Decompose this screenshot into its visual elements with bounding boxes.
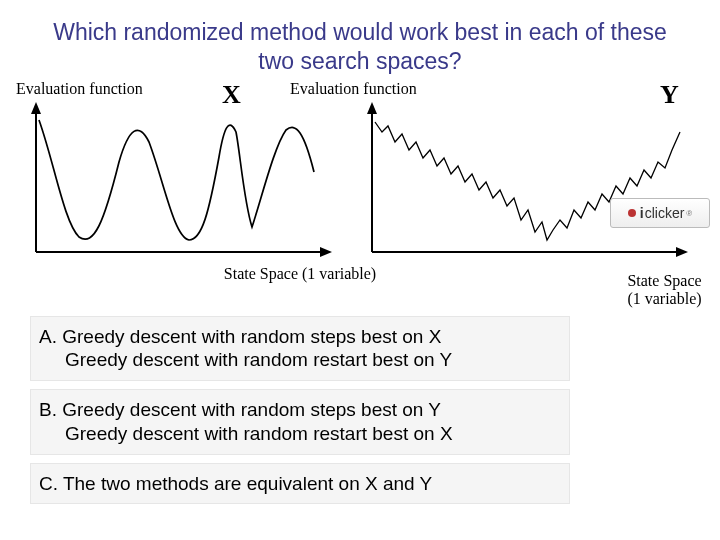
state-space-label-right: State Space (1 variable) bbox=[617, 272, 712, 309]
iclicker-dot-icon bbox=[628, 209, 636, 217]
svg-marker-5 bbox=[367, 102, 377, 114]
chart-x-ylabel: Evaluation function bbox=[16, 80, 143, 98]
state-space-label-left: State Space (1 variable) bbox=[180, 265, 420, 283]
option-b-line2: Greedy descent with random restart best … bbox=[39, 422, 561, 446]
option-a[interactable]: A. Greedy descent with random steps best… bbox=[30, 316, 570, 382]
svg-marker-7 bbox=[676, 247, 688, 257]
page-title: Which randomized method would work best … bbox=[0, 0, 720, 80]
iclicker-brand-i: i bbox=[640, 205, 644, 221]
answer-options: A. Greedy descent with random steps best… bbox=[30, 316, 690, 505]
iclicker-tm: ® bbox=[686, 209, 692, 218]
option-c[interactable]: C. The two methods are equivalent on X a… bbox=[30, 463, 570, 505]
option-c-line1: C. The two methods are equivalent on X a… bbox=[39, 472, 561, 496]
state-space-label-right-l2: (1 variable) bbox=[617, 290, 712, 308]
chart-y bbox=[360, 102, 690, 262]
option-a-line2: Greedy descent with random restart best … bbox=[39, 348, 561, 372]
iclicker-logo: i clicker ® bbox=[610, 198, 710, 228]
chart-y-ylabel: Evaluation function bbox=[290, 80, 417, 98]
charts-region: Evaluation function X Evaluation functio… bbox=[0, 80, 720, 280]
svg-marker-1 bbox=[31, 102, 41, 114]
option-b[interactable]: B. Greedy descent with random steps best… bbox=[30, 389, 570, 455]
option-a-line1: A. Greedy descent with random steps best… bbox=[39, 325, 561, 349]
iclicker-brand: clicker bbox=[645, 205, 685, 221]
option-b-line1: B. Greedy descent with random steps best… bbox=[39, 398, 561, 422]
svg-marker-3 bbox=[320, 247, 332, 257]
chart-x bbox=[24, 102, 334, 262]
state-space-label-right-l1: State Space bbox=[617, 272, 712, 290]
